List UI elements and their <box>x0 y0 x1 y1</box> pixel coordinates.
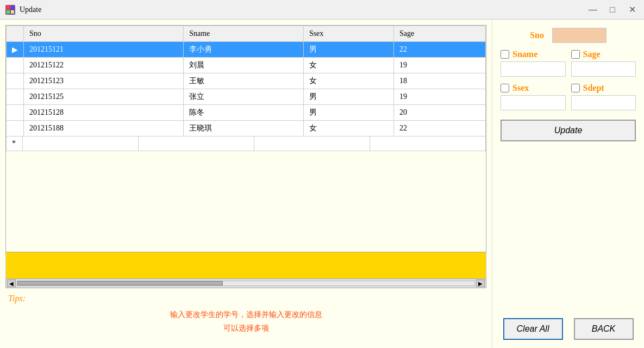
svg-rect-1 <box>11 6 14 9</box>
sage-checkbox[interactable] <box>571 50 580 59</box>
cell-sname: 陈冬 <box>184 105 304 121</box>
window-title: Update <box>20 5 582 14</box>
title-bar: Update — □ ✕ <box>0 0 644 20</box>
svg-rect-0 <box>7 6 10 9</box>
update-button[interactable]: Update <box>501 120 636 141</box>
cell-sno: 201215188 <box>24 121 184 136</box>
scroll-track[interactable] <box>17 281 475 286</box>
tips-line1: 输入更改学生的学号，选择并输入更改的信息 <box>8 308 484 321</box>
table-container: Sno Sname Ssex Sage ▶201215121李小勇男222012… <box>5 25 486 252</box>
sno-row: Sno <box>501 28 636 43</box>
cell-ssex: 男 <box>303 105 393 121</box>
ssex-input[interactable] <box>501 95 566 110</box>
new-row-star: * <box>12 139 16 147</box>
row-arrow <box>7 58 24 73</box>
cell-sage: 22 <box>394 42 486 58</box>
cell-ssex: 女 <box>303 58 393 73</box>
sname-checkbox[interactable] <box>501 50 509 59</box>
window-controls: — □ ✕ <box>586 3 639 16</box>
table-row[interactable]: 201215123王敏女18 <box>7 73 486 89</box>
tips-section: Tips: 输入更改学生的学号，选择并输入更改的信息 可以选择多项 <box>5 288 486 343</box>
svg-rect-3 <box>11 10 14 14</box>
row-arrow <box>7 121 24 136</box>
cell-ssex: 女 <box>303 121 393 136</box>
sage-checkbox-row: Sage <box>571 49 636 59</box>
sdept-input[interactable] <box>571 95 636 110</box>
table-row[interactable]: 201215188王晓琪女22 <box>7 121 486 136</box>
cell-sname: 王晓琪 <box>184 121 304 136</box>
scroll-right-button[interactable]: ▶ <box>476 279 485 287</box>
cell-sno: 201215128 <box>24 105 184 121</box>
minimize-button[interactable]: — <box>586 3 599 16</box>
col-ssex: Ssex <box>303 26 393 42</box>
sdept-label: Sdept <box>583 83 604 93</box>
cell-sage: 18 <box>394 73 486 89</box>
cell-ssex: 男 <box>303 42 393 58</box>
table-row[interactable]: 201215128陈冬男20 <box>7 105 486 121</box>
cell-sno: 201215123 <box>24 73 184 89</box>
main-content: Sno Sname Ssex Sage ▶201215121李小勇男222012… <box>0 20 644 348</box>
sname-checkbox-row: Sname <box>501 49 566 59</box>
sage-field-group: Sage <box>571 49 636 77</box>
back-button[interactable]: BACK <box>574 318 634 340</box>
ssex-sdept-group: Ssex Sdept <box>501 83 636 110</box>
cell-sno: 201215125 <box>24 89 184 105</box>
sno-label: Sno <box>530 30 544 40</box>
close-button[interactable]: ✕ <box>626 3 639 16</box>
cell-sname: 李小勇 <box>184 42 304 58</box>
sname-field-group: Sname <box>501 49 566 77</box>
left-panel: Sno Sname Ssex Sage ▶201215121李小勇男222012… <box>0 20 492 348</box>
cell-sage: 19 <box>394 89 486 105</box>
svg-rect-2 <box>7 10 10 14</box>
sage-label: Sage <box>583 49 601 59</box>
sname-label: Sname <box>512 49 537 59</box>
row-arrow <box>7 105 24 121</box>
data-table: Sno Sname Ssex Sage ▶201215121李小勇男222012… <box>6 26 486 136</box>
scroll-left-button[interactable]: ◀ <box>7 279 16 287</box>
table-row[interactable]: 201215125张立男19 <box>7 89 486 105</box>
row-arrow: ▶ <box>7 42 24 58</box>
yellow-bar <box>5 252 486 279</box>
col-arrow <box>7 26 24 42</box>
sage-input[interactable] <box>571 61 636 77</box>
ssex-label: Ssex <box>512 83 529 93</box>
col-sage: Sage <box>394 26 486 42</box>
cell-ssex: 男 <box>303 89 393 105</box>
cell-sage: 19 <box>394 58 486 73</box>
sdept-field-group: Sdept <box>571 83 636 110</box>
right-panel: Sno Sname Sage <box>492 20 644 348</box>
tips-label: Tips: <box>8 294 484 303</box>
sdept-checkbox-row: Sdept <box>571 83 636 93</box>
col-sno: Sno <box>24 26 184 42</box>
cell-sage: 20 <box>394 105 486 121</box>
row-arrow <box>7 89 24 105</box>
maximize-button[interactable]: □ <box>606 3 619 16</box>
new-row-table: * <box>6 136 486 151</box>
bottom-buttons: Clear All BACK <box>501 318 636 340</box>
tips-text: 输入更改学生的学号，选择并输入更改的信息 可以选择多项 <box>8 308 484 335</box>
ssex-checkbox-row: Ssex <box>501 83 566 93</box>
table-row[interactable]: ▶201215121李小勇男22 <box>7 42 486 58</box>
tips-line2: 可以选择多项 <box>8 321 484 335</box>
ssex-field-group: Ssex <box>501 83 566 110</box>
sdept-checkbox[interactable] <box>571 84 580 92</box>
col-sname: Sname <box>184 26 304 42</box>
table-row[interactable]: 201215122刘晨女19 <box>7 58 486 73</box>
cell-sname: 刘晨 <box>184 58 304 73</box>
cell-ssex: 女 <box>303 73 393 89</box>
horizontal-scrollbar[interactable]: ◀ ▶ <box>5 278 486 288</box>
cell-sname: 张立 <box>184 89 304 105</box>
cell-sage: 22 <box>394 121 486 136</box>
cell-sname: 王敏 <box>184 73 304 89</box>
table-header-row: Sno Sname Ssex Sage <box>7 26 486 42</box>
new-row: * <box>7 136 486 151</box>
app-icon <box>5 5 15 15</box>
clear-all-button[interactable]: Clear All <box>503 318 563 340</box>
sno-input[interactable] <box>552 28 607 43</box>
ssex-checkbox[interactable] <box>501 84 509 92</box>
scroll-thumb[interactable] <box>17 281 223 285</box>
cell-sno: 201215122 <box>24 58 184 73</box>
sname-input[interactable] <box>501 61 566 77</box>
cell-sno: 201215121 <box>24 42 184 58</box>
sname-sage-group: Sname Sage <box>501 49 636 77</box>
